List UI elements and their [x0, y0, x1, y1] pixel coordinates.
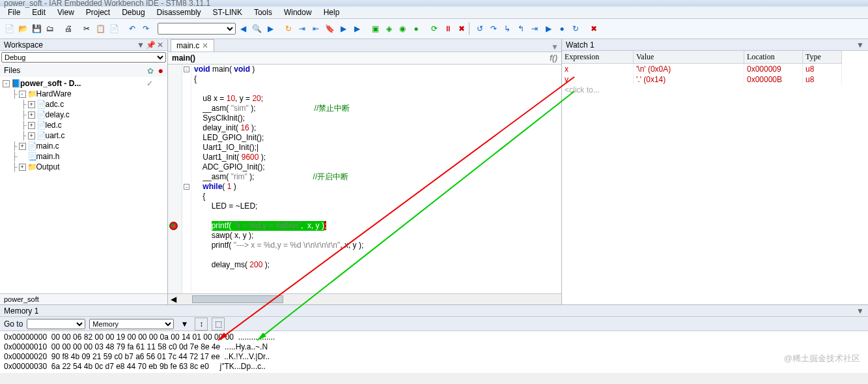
watch-panel: Watch 1 ▼ ExpressionValueLocationTypex'\… [562, 39, 868, 304]
stop-icon[interactable]: ✖ [455, 22, 468, 35]
cut-icon[interactable]: ✂ [80, 22, 93, 35]
run-cursor-icon[interactable]: ▶ [542, 22, 555, 35]
watch-title: Watch 1 [566, 40, 595, 50]
title-bar: power_soft - IAR Embedded Workbench IDE … [0, 0, 868, 7]
mem-menu-icon[interactable]: ▼ [856, 306, 864, 316]
zone-select[interactable]: Memory [89, 319, 174, 329]
close-icon[interactable]: ✕ [157, 40, 163, 50]
nav-back-icon[interactable]: ◀ [236, 22, 249, 35]
save-icon[interactable]: 💾 [30, 22, 43, 35]
scope-label: main() [172, 53, 195, 63]
break-icon[interactable]: ⏸ [441, 22, 455, 35]
tree-item[interactable]: ├+📄led.c [1, 120, 166, 130]
reddot-icon[interactable]: ● [158, 65, 163, 76]
file-tree[interactable]: -📘power_soft - D...✓├-📁HardWare├+📄adc.c├… [0, 77, 167, 293]
search-combo[interactable] [158, 23, 236, 35]
find-icon[interactable]: 🔍 [250, 22, 263, 35]
unpin-icon[interactable]: 📌 [146, 40, 156, 50]
tree-item[interactable]: ├+📄main.c [1, 141, 166, 151]
new-icon[interactable]: 📄 [3, 22, 16, 35]
memory-dump[interactable]: 0x00000000 00 00 06 82 00 00 19 00 00 00… [0, 331, 868, 373]
bookmark-prev-icon[interactable]: ⇤ [309, 22, 322, 35]
bookmark-nav1-icon[interactable]: ▶ [337, 22, 350, 35]
bookmark-nav2-icon[interactable]: ▶ [350, 22, 363, 35]
mem-cfg-icon[interactable]: ⬚ [212, 318, 225, 331]
go-icon[interactable]: ⟳ [428, 22, 441, 35]
tree-item[interactable]: -📘power_soft - D...✓ [1, 78, 166, 89]
menu-edit[interactable]: Edit [27, 7, 51, 18]
watch-grid[interactable]: ExpressionValueLocationTypex'\n' (0x0A)0… [562, 51, 868, 95]
next-stmt-icon[interactable]: ⇥ [528, 22, 541, 35]
mem-width-icon[interactable]: ▼ [178, 318, 191, 331]
goto-label: Go to [4, 319, 23, 329]
menu-window[interactable]: Window [279, 7, 317, 18]
fx-icon[interactable]: f() [550, 53, 557, 63]
menu-project[interactable]: Project [81, 7, 115, 18]
menu-st-link[interactable]: ST-LINK [208, 7, 247, 18]
bookmark-toggle-icon[interactable]: 🔖 [323, 22, 336, 35]
tree-item[interactable]: ├📃main.h [1, 151, 166, 162]
memory-title: Memory 1 [4, 306, 38, 316]
tab-dropdown-icon[interactable]: ▼ [548, 42, 561, 52]
make-icon[interactable]: ◈ [382, 22, 395, 35]
step-out-icon[interactable]: ↰ [514, 22, 527, 35]
files-label: Files [4, 66, 20, 75]
toggle-bp-icon[interactable]: ● [410, 22, 423, 35]
watch-menu-icon[interactable]: ▼ [856, 40, 864, 50]
restart-icon[interactable]: ↻ [569, 22, 582, 35]
undo-icon[interactable]: ↶ [126, 22, 139, 35]
editor-tab[interactable]: main.c✕ [171, 39, 214, 52]
replace-icon[interactable]: ↻ [282, 22, 295, 35]
run-icon[interactable]: ● [555, 22, 568, 35]
code-editor[interactable]: ➔ -- void main( void ){ u8 x = 10, y = 2… [168, 65, 561, 293]
tree-item[interactable]: ├+📁Output [1, 162, 166, 172]
batch-icon[interactable]: ◉ [396, 22, 409, 35]
menu-bar: FileEditViewProjectDebugDisassemblyST-LI… [0, 7, 868, 19]
debug-stop-icon[interactable]: ✖ [587, 22, 600, 35]
copy-icon[interactable]: 📋 [94, 22, 107, 35]
tree-item[interactable]: ├+📄adc.c [1, 99, 166, 110]
reset-icon[interactable]: ↺ [473, 22, 486, 35]
config-select[interactable]: Debug [1, 52, 166, 63]
menu-disassembly[interactable]: Disassembly [152, 7, 206, 18]
open-icon[interactable]: 📂 [16, 22, 29, 35]
step-into-icon[interactable]: ↳ [501, 22, 514, 35]
saveall-icon[interactable]: 🗂 [44, 22, 57, 35]
tree-item[interactable]: ├+📄uart.c [1, 130, 166, 141]
tree-item[interactable]: ├+📄delay.c [1, 110, 166, 120]
menu-help[interactable]: Help [318, 7, 345, 18]
workspace-tab[interactable]: power_soft [0, 293, 167, 304]
workspace-panel: Workspace ▼ 📌 ✕ Debug Files ✿ ● -📘power_… [0, 39, 168, 304]
tree-item[interactable]: ├-📁HardWare [1, 89, 166, 99]
compile-icon[interactable]: ▣ [369, 22, 382, 35]
menu-view[interactable]: View [52, 7, 79, 18]
bookmark-next-icon[interactable]: ⇥ [296, 22, 309, 35]
memory-panel: Memory 1 ▼ Go to Memory ▼ ↕ ⬚ 0x00000000… [0, 304, 868, 373]
goto-select[interactable] [27, 319, 85, 329]
menu-tools[interactable]: Tools [249, 7, 277, 18]
redo-icon[interactable]: ↷ [139, 22, 152, 35]
print-icon[interactable]: 🖨 [62, 22, 75, 35]
watermark: @稀土掘金技术社区 [784, 353, 860, 364]
nav-fwd-icon[interactable]: ▶ [264, 22, 277, 35]
menu-file[interactable]: File [3, 7, 25, 18]
main-toolbar: 📄 📂 💾 🗂 🖨 ✂ 📋 📄 ↶ ↷ ◀ 🔍 ▶ ↻ ⇥ ⇤ 🔖 ▶ ▶ ▣ … [0, 19, 868, 39]
mem-up-icon[interactable]: ↕ [195, 318, 208, 331]
menu-debug[interactable]: Debug [117, 7, 150, 18]
h-scrollbar[interactable]: ◀ [168, 293, 561, 304]
pin-icon[interactable]: ▼ [137, 40, 145, 50]
workspace-title: Workspace [4, 40, 43, 50]
editor-panel: main.c✕ ▼ main()f() ➔ -- void main( void… [168, 39, 562, 304]
gear-icon[interactable]: ✿ [147, 66, 154, 76]
paste-icon[interactable]: 📄 [107, 22, 120, 35]
step-over-icon[interactable]: ↷ [487, 22, 500, 35]
close-tab-icon[interactable]: ✕ [202, 41, 208, 50]
